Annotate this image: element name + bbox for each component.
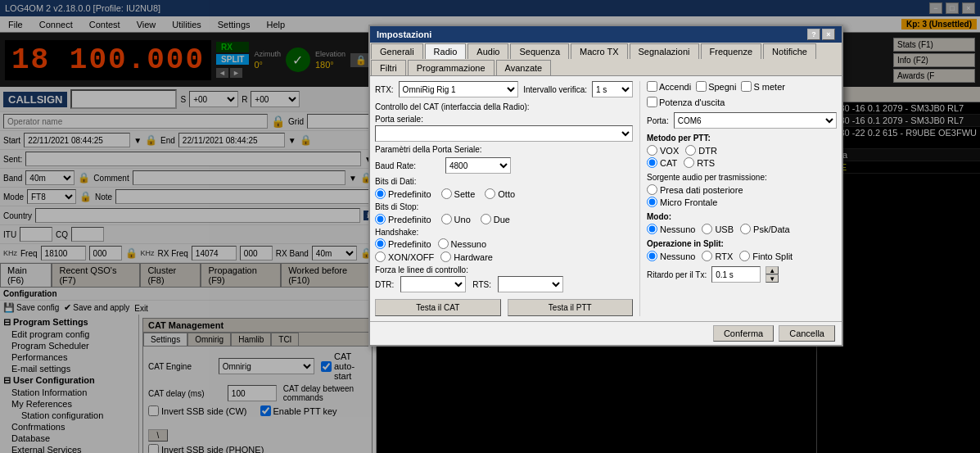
- radio-nessuno-split[interactable]: Nessuno: [647, 251, 695, 261]
- baud-row: Baud Rate: 4800: [375, 157, 633, 174]
- accendi-checkbox[interactable]: [647, 81, 657, 92]
- dialog-tab-generali[interactable]: Generali: [371, 43, 423, 59]
- radio-finto-split[interactable]: Finto Split: [739, 251, 793, 261]
- testa-ptt-btn[interactable]: Testa il PTT: [508, 299, 634, 316]
- vox-text: VOX: [660, 146, 679, 156]
- cat-rts-row: CAT RTS: [647, 157, 837, 168]
- dialog-overlay: Impostazioni ? × Generali Radio Audio Se…: [0, 0, 980, 453]
- radio-otto[interactable]: Otto: [485, 188, 515, 199]
- accendi-label[interactable]: Accendi: [647, 81, 691, 92]
- rtx-label: RTX:: [375, 85, 394, 94]
- radio-xon[interactable]: XON/XOFF: [375, 251, 434, 262]
- radio-psk[interactable]: Psk/Data: [740, 224, 790, 234]
- radio-vox[interactable]: VOX: [647, 145, 679, 156]
- smeter-text: S meter: [753, 82, 785, 92]
- xon-text: XON/XOFF: [388, 252, 434, 262]
- interval-select[interactable]: 1 s: [592, 81, 633, 97]
- ritardo-up-btn[interactable]: ▲: [765, 266, 779, 274]
- sette-text: Sette: [454, 189, 476, 199]
- dialog-help-btn[interactable]: ?: [807, 29, 820, 40]
- split-radios: Nessuno RTX Finto Split: [647, 251, 837, 261]
- right-checkboxes: Accendi Spegni S meter Potenza d'uscita: [647, 81, 837, 107]
- ritardo-down-btn[interactable]: ▼: [765, 274, 779, 283]
- handshake-radios: Predefinito Nessuno: [375, 238, 633, 249]
- dialog-tab-filtri[interactable]: Filtri: [371, 60, 406, 75]
- dialog-tab-macro[interactable]: Macro TX: [571, 43, 627, 59]
- radio-rtx-split[interactable]: RTX: [702, 251, 733, 261]
- porta-com-label: Porta:: [647, 116, 669, 125]
- dialog-tab-notifiche[interactable]: Notifiche: [763, 43, 816, 59]
- dialog-tab-radio[interactable]: Radio: [425, 43, 467, 59]
- smeter-checkbox[interactable]: [741, 81, 752, 92]
- presa-row: Presa dati posteriore: [647, 184, 837, 195]
- handshake-section: Handshake: Predefinito Nessuno XON/XOFF …: [375, 228, 633, 262]
- conferma-btn[interactable]: Conferma: [713, 325, 774, 342]
- porta-com-select[interactable]: COM6: [674, 112, 837, 129]
- bits-dati-label: Bits di Dati:: [375, 177, 633, 186]
- testa-cat-btn[interactable]: Testa il CAT: [375, 299, 501, 316]
- cancella-btn[interactable]: Cancella: [779, 325, 835, 342]
- potenza-text: Potenza d'uscita: [659, 97, 725, 107]
- porta-select[interactable]: [375, 125, 633, 142]
- modo-radios: Nessuno USB Psk/Data: [647, 224, 837, 234]
- radio-usb[interactable]: USB: [702, 224, 734, 234]
- potenza-label[interactable]: Potenza d'uscita: [647, 97, 725, 107]
- baud-label: Baud Rate:: [375, 161, 440, 170]
- dialog-tab-avanzate[interactable]: Avanzate: [496, 60, 552, 75]
- radio-predefinito-hs[interactable]: Predefinito: [375, 238, 431, 249]
- baud-select[interactable]: 4800: [445, 157, 511, 174]
- uno-text: Uno: [454, 215, 471, 224]
- spegni-label[interactable]: Spegni: [696, 81, 736, 92]
- porta-label: Porta seriale:: [375, 115, 633, 124]
- radio-predefinito[interactable]: Predefinito: [375, 188, 431, 199]
- radio-rts-ptt[interactable]: RTS: [684, 157, 715, 168]
- ritardo-row: Ritardo per il Tx: ▲ ▼: [647, 266, 837, 283]
- rts-select[interactable]: [498, 276, 563, 292]
- smeter-label[interactable]: S meter: [741, 81, 785, 92]
- radio-nessuno-modo[interactable]: Nessuno: [647, 224, 695, 234]
- dialog-tab-programmazione[interactable]: Programmazione: [408, 60, 495, 75]
- bits-stop-label: Bits di Stop:: [375, 202, 633, 211]
- otto-text: Otto: [498, 189, 515, 199]
- dialog-tab-sequenza[interactable]: Sequenza: [510, 43, 569, 59]
- radio-micro[interactable]: Micro Frontale: [647, 197, 717, 207]
- radio-cat-ptt[interactable]: CAT: [647, 157, 677, 168]
- bits-dati-radios: Predefinito Sette Otto: [375, 188, 633, 199]
- dialog-title-text: Impostazioni: [377, 29, 431, 39]
- radio-uno[interactable]: Uno: [441, 214, 471, 224]
- split-label: Operazione in Split:: [647, 239, 837, 248]
- radio-predefinito-stop[interactable]: Predefinito: [375, 214, 431, 224]
- dialog-close-btn[interactable]: ×: [822, 29, 835, 40]
- dialog-left-col: RTX: OmniRig Rig 1 Intervallo verifica: …: [375, 81, 640, 316]
- predefinito-stop-text: Predefinito: [388, 215, 431, 224]
- ritardo-spinner: ▲ ▼: [765, 266, 779, 283]
- vox-dtr-row: VOX DTR: [647, 145, 837, 156]
- rtx-select[interactable]: OmniRig Rig 1: [399, 81, 519, 97]
- potenza-checkbox[interactable]: [647, 97, 657, 107]
- radio-due[interactable]: Due: [481, 214, 510, 224]
- radio-hardware[interactable]: Hardware: [440, 251, 493, 262]
- porta-com-row: Porta: COM6: [647, 112, 837, 129]
- dialog-tab-frequenze[interactable]: Frequenze: [701, 43, 762, 59]
- radio-presa[interactable]: Presa dati posteriore: [647, 184, 743, 195]
- radio-sette[interactable]: Sette: [441, 188, 476, 199]
- due-text: Due: [494, 215, 510, 224]
- dialog-tab-segnalazioni[interactable]: Segnalazioni: [630, 43, 699, 59]
- hardware-text: Hardware: [454, 252, 493, 262]
- rtx-row: RTX: OmniRig Rig 1 Intervallo verifica: …: [375, 81, 633, 97]
- handshake-radios2: XON/XOFF Hardware: [375, 251, 633, 262]
- ritardo-input[interactable]: [711, 266, 761, 283]
- rts-ptt-text: RTS: [697, 158, 715, 168]
- spegni-checkbox[interactable]: [696, 81, 707, 92]
- test-buttons: Testa il CAT Testa il PTT: [375, 299, 633, 316]
- bits-dati-section: Bits di Dati: Predefinito Sette Otto: [375, 177, 633, 199]
- radio-nessuno-hs[interactable]: Nessuno: [438, 238, 486, 249]
- dialog-tab-audio[interactable]: Audio: [467, 43, 508, 59]
- ritardo-label: Ritardo per il Tx:: [647, 270, 707, 279]
- dtr-select[interactable]: [400, 276, 466, 292]
- nessuno-modo-text: Nessuno: [660, 224, 695, 234]
- dialog-footer: Conferma Cancella: [370, 321, 842, 345]
- dialog-body: RTX: OmniRig Rig 1 Intervallo verifica: …: [370, 76, 842, 321]
- radio-dtr-ptt[interactable]: DTR: [685, 145, 717, 156]
- metodo-label: Metodo per PTT:: [647, 134, 837, 143]
